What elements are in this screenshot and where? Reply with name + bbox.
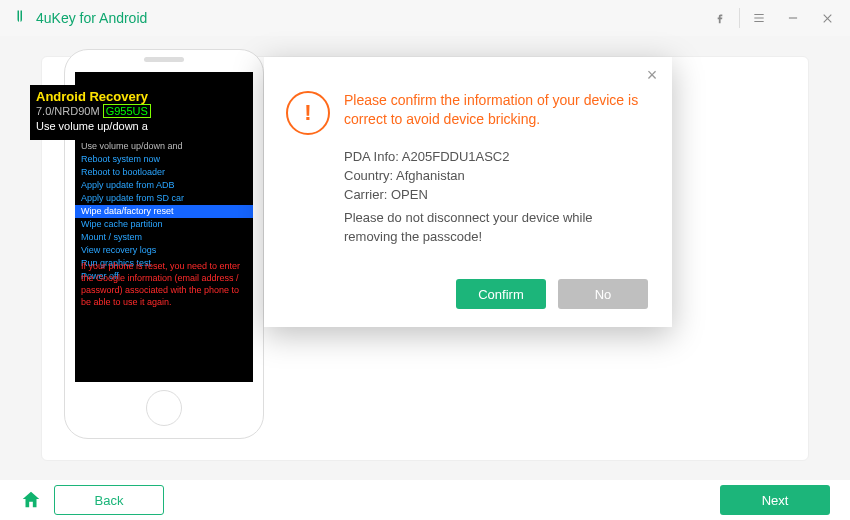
phone-home-button bbox=[146, 390, 182, 426]
recovery-version-box: G955US bbox=[103, 104, 151, 118]
pda-label: PDA Info: bbox=[344, 149, 399, 164]
confirm-dialog: × ! Please confirm the information of yo… bbox=[264, 57, 672, 327]
recovery-menu-item: Apply update from ADB bbox=[75, 179, 253, 192]
phone-speaker bbox=[144, 57, 184, 62]
back-button[interactable]: Back bbox=[54, 485, 164, 515]
content-area: Android Recovery 7.0/NRD90M G955US Use v… bbox=[0, 36, 850, 480]
minimize-icon[interactable] bbox=[776, 1, 810, 35]
facebook-icon[interactable] bbox=[703, 1, 737, 35]
warning-icon: ! bbox=[286, 91, 330, 246]
dialog-info-block: PDA Info: A205FDDU1ASC2 Country: Afghani… bbox=[344, 147, 642, 246]
dialog-notice: Please do not disconnect your device whi… bbox=[344, 208, 642, 246]
country-value: Afghanistan bbox=[396, 168, 465, 183]
country-label: Country: bbox=[344, 168, 393, 183]
device-mockup: Android Recovery 7.0/NRD90M G955US Use v… bbox=[64, 49, 264, 439]
no-button[interactable]: No bbox=[558, 279, 648, 309]
footer-bar: Back Next bbox=[0, 480, 850, 520]
recovery-title: Android Recovery bbox=[36, 89, 151, 104]
recovery-menu-item: Apply update from SD car bbox=[75, 192, 253, 205]
recovery-note: If your phone is reset, you need to ente… bbox=[81, 260, 247, 308]
recovery-header: Android Recovery 7.0/NRD90M G955US Use v… bbox=[30, 85, 157, 140]
carrier-label: Carrier: bbox=[344, 187, 387, 202]
pda-value: A205FDDU1ASC2 bbox=[402, 149, 510, 164]
recovery-hint: Use volume up/down a bbox=[36, 119, 151, 134]
next-button[interactable]: Next bbox=[720, 485, 830, 515]
dialog-warning-text: Please confirm the information of your d… bbox=[344, 91, 642, 129]
phone-screen: Android Recovery 7.0/NRD90M G955US Use v… bbox=[75, 72, 253, 382]
app-logo-icon bbox=[10, 9, 28, 27]
title-bar: 4uKey for Android bbox=[0, 0, 850, 36]
main-card: Android Recovery 7.0/NRD90M G955US Use v… bbox=[41, 56, 809, 461]
recovery-menu-item: Reboot to bootloader bbox=[75, 166, 253, 179]
recovery-menu-item: View recovery logs bbox=[75, 244, 253, 257]
titlebar-divider bbox=[739, 8, 740, 28]
recovery-menu-item: Wipe cache partition bbox=[75, 218, 253, 231]
recovery-menu-item: Reboot system now bbox=[75, 153, 253, 166]
carrier-value: OPEN bbox=[391, 187, 428, 202]
menu-icon[interactable] bbox=[742, 1, 776, 35]
home-icon[interactable] bbox=[20, 489, 42, 511]
app-title: 4uKey for Android bbox=[36, 10, 147, 26]
recovery-menu-item: Use volume up/down and bbox=[75, 140, 253, 153]
dialog-close-icon[interactable]: × bbox=[640, 63, 664, 87]
recovery-version-prefix: 7.0/NRD90M bbox=[36, 105, 100, 117]
recovery-menu-item: Mount / system bbox=[75, 231, 253, 244]
close-icon[interactable] bbox=[810, 1, 844, 35]
recovery-menu-item: Wipe data/factory reset bbox=[75, 205, 253, 218]
confirm-button[interactable]: Confirm bbox=[456, 279, 546, 309]
